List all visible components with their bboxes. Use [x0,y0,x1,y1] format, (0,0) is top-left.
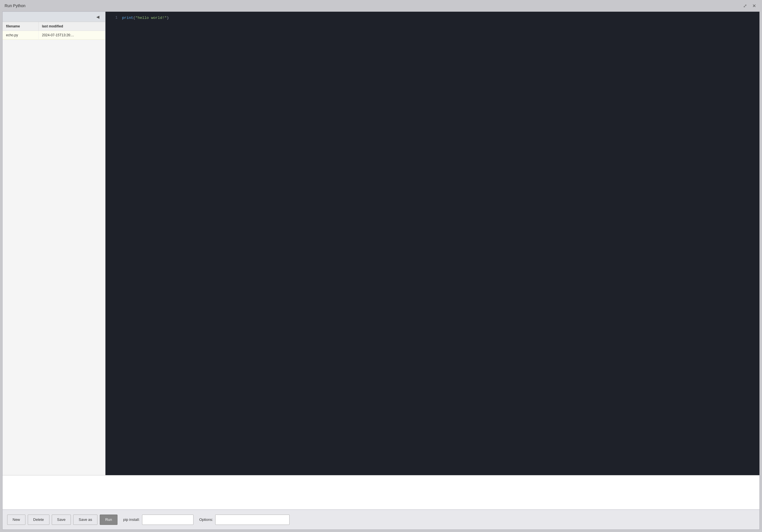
table-row[interactable]: echo.py2024-07-15T13:26:... [3,31,105,40]
main-container: ◀ filename last modified echo.py2024-07-… [2,11,760,530]
run-button[interactable]: Run [100,514,117,525]
window-title: Run Python [5,3,26,8]
save-button[interactable]: Save [52,514,71,525]
collapse-button[interactable]: ◀ [94,13,102,20]
pip-install-input[interactable] [142,514,193,525]
file-panel: ◀ filename last modified echo.py2024-07-… [3,12,106,475]
window-controls: ⤢ ✕ [741,2,757,9]
file-table: filename last modified echo.py2024-07-15… [3,22,105,40]
options-input[interactable] [215,514,289,525]
save-as-button[interactable]: Save as [73,514,98,525]
file-name-cell: echo.py [3,31,38,40]
file-modified-cell: 2024-07-15T13:26:... [38,31,105,40]
last-modified-column-header: last modified [38,22,105,31]
code-editor[interactable]: 1print("hello world!") [106,12,759,475]
content-area: ◀ filename last modified echo.py2024-07-… [3,12,759,475]
output-area [3,475,759,509]
new-button[interactable]: New [7,514,26,525]
title-bar: Run Python ⤢ ✕ [0,0,762,11]
table-header-row: filename last modified [3,22,105,31]
filename-column-header: filename [3,22,38,31]
toolbar: New Delete Save Save as Run pip install:… [3,509,759,529]
line-content: print("hello world!") [122,15,756,21]
code-plain-token: ) [167,16,169,20]
code-line: 1print("hello world!") [106,15,759,21]
code-function-token: print [122,16,133,20]
expand-button[interactable]: ⤢ [741,2,748,9]
options-label: Options: [199,517,213,522]
line-number: 1 [109,15,117,21]
close-button[interactable]: ✕ [751,2,757,9]
panel-header: ◀ [3,12,105,22]
code-plain-token: ( [133,16,135,20]
delete-button[interactable]: Delete [28,514,49,525]
pip-install-label: pip install: [123,517,140,522]
code-string-token: "hello world!" [135,16,167,20]
